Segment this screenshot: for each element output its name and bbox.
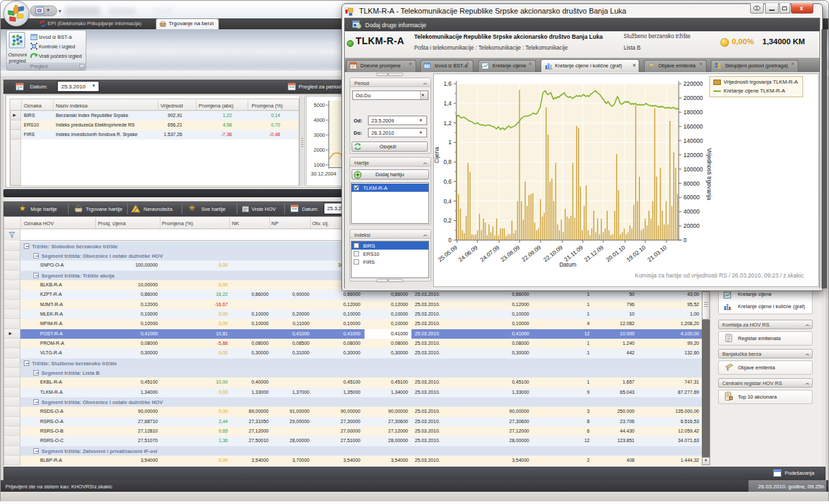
svg-text:80000: 80000 — [683, 180, 700, 187]
svg-text:40000: 40000 — [683, 208, 700, 215]
svg-text:19.02.10: 19.02.10 — [625, 244, 647, 263]
svg-text:220000: 220000 — [683, 80, 703, 87]
svg-text:21.03.10: 21.03.10 — [646, 244, 668, 263]
svg-text:1: 1 — [448, 139, 452, 146]
svg-text:0: 0 — [683, 237, 687, 243]
svg-text:0,6: 0,6 — [443, 178, 452, 185]
svg-text:21.11.09: 21.11.09 — [562, 244, 584, 263]
svg-text:25.05.09: 25.05.09 — [437, 244, 458, 263]
svg-text:0: 0 — [448, 237, 452, 243]
svg-text:60000: 60000 — [683, 194, 700, 201]
svg-text:100000: 100000 — [683, 166, 703, 173]
svg-text:0,4: 0,4 — [443, 198, 452, 205]
svg-text:Datum: Datum — [559, 261, 576, 268]
svg-text:22.10.09: 22.10.09 — [542, 244, 564, 263]
svg-text:120000: 120000 — [683, 152, 703, 158]
svg-text:Vrijednosti trgovanja: Vrijednosti trgovanja — [706, 148, 713, 201]
svg-text:160000: 160000 — [683, 123, 703, 130]
svg-text:180000: 180000 — [683, 109, 703, 116]
svg-text:23.08.09: 23.08.09 — [499, 244, 521, 263]
svg-text:24.07.09: 24.07.09 — [479, 244, 501, 263]
svg-text:1,6: 1,6 — [443, 80, 452, 87]
svg-text:1,4: 1,4 — [443, 100, 452, 107]
svg-text:20000: 20000 — [683, 222, 700, 229]
svg-text:200000: 200000 — [683, 95, 703, 101]
svg-text:20.01.10: 20.01.10 — [605, 244, 626, 263]
svg-text:21.12.09: 21.12.09 — [583, 244, 605, 263]
svg-text:Komisija za hartije od vrijedn: Komisija za hartije od vrijednosti RS / … — [635, 272, 804, 279]
svg-text:1,2: 1,2 — [443, 120, 452, 127]
svg-text:140000: 140000 — [683, 137, 703, 144]
svg-text:24.06.09: 24.06.09 — [457, 244, 479, 263]
svg-text:0,2: 0,2 — [443, 217, 452, 224]
svg-text:22.09.09: 22.09.09 — [520, 244, 542, 263]
svg-text:0,8: 0,8 — [443, 158, 452, 165]
svg-text:Cijena: Cijena — [433, 147, 440, 163]
